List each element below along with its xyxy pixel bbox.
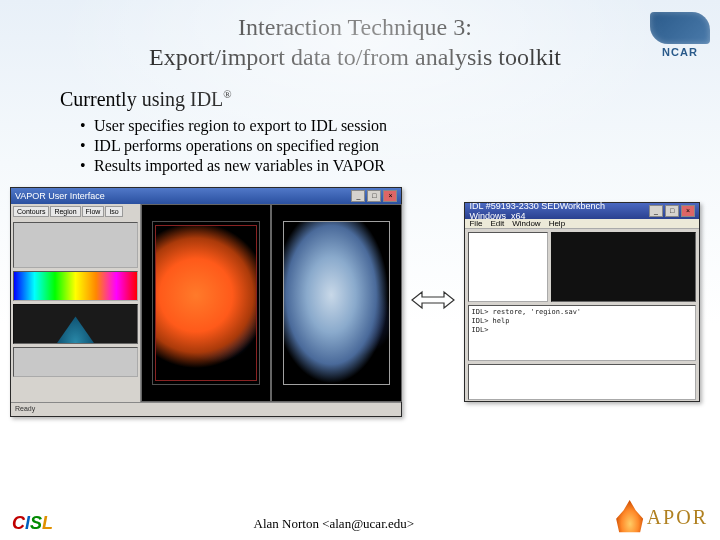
vapor-statusbar: Ready bbox=[11, 402, 401, 416]
vapor-title: VAPOR User Interface bbox=[15, 191, 105, 201]
console-line: IDL> restore, 'region.sav' bbox=[471, 308, 693, 317]
registered-mark: ® bbox=[223, 88, 231, 100]
bidirectional-arrow-icon bbox=[410, 286, 456, 318]
tab-region[interactable]: Region bbox=[50, 206, 80, 217]
vapor-viewports bbox=[141, 204, 401, 402]
histogram-panel bbox=[13, 304, 138, 344]
idl-menubar: File Edit Window Help bbox=[465, 219, 699, 229]
cisl-logo: CISL bbox=[12, 513, 53, 534]
minimize-icon[interactable]: _ bbox=[351, 190, 365, 202]
close-icon[interactable]: × bbox=[681, 205, 695, 217]
console-line: IDL> bbox=[471, 326, 693, 335]
maximize-icon[interactable]: □ bbox=[665, 205, 679, 217]
vapor-logo-text: APOR bbox=[647, 506, 708, 529]
ncar-logo: NCAR bbox=[650, 12, 710, 58]
menu-help[interactable]: Help bbox=[549, 219, 565, 228]
menu-file[interactable]: File bbox=[469, 219, 482, 228]
idl-project-tree[interactable] bbox=[468, 232, 548, 302]
title-line-2: Export/import data to/from analysis tool… bbox=[60, 42, 650, 72]
controls-panel bbox=[13, 222, 138, 268]
vapor-sidebar: Contours Region Flow Iso bbox=[11, 204, 141, 402]
thumbnail-panel bbox=[13, 347, 138, 377]
tab-iso[interactable]: Iso bbox=[105, 206, 122, 217]
colormap-editor[interactable] bbox=[13, 271, 138, 301]
idl-app-window: IDL #59193-2330 SEDWorkbench Windows_x64… bbox=[464, 202, 700, 402]
author-line: Alan Norton <alan@ucar.edu> bbox=[53, 516, 615, 534]
title-block: Interaction Technique 3: Export/import d… bbox=[10, 12, 650, 72]
tab-contours[interactable]: Contours bbox=[13, 206, 49, 217]
ncar-icon bbox=[650, 12, 710, 44]
menu-window[interactable]: Window bbox=[512, 219, 540, 228]
minimize-icon[interactable]: _ bbox=[649, 205, 663, 217]
subheading-text: Currently using IDL bbox=[60, 88, 223, 110]
idl-plot-area bbox=[551, 232, 696, 302]
idl-titlebar: IDL #59193-2330 SEDWorkbench Windows_x64… bbox=[465, 203, 699, 219]
subheading: Currently using IDL® bbox=[60, 88, 720, 111]
vapor-app-window: VAPOR User Interface _ □ × Contours Regi… bbox=[10, 187, 402, 417]
slide-header: Interaction Technique 3: Export/import d… bbox=[0, 0, 720, 78]
maximize-icon[interactable]: □ bbox=[367, 190, 381, 202]
bullet-item: IDL performs operations on specified reg… bbox=[80, 137, 720, 155]
idl-variable-list[interactable] bbox=[468, 364, 696, 400]
title-line-1: Interaction Technique 3: bbox=[60, 12, 650, 42]
viewport-right[interactable] bbox=[271, 204, 401, 402]
close-icon[interactable]: × bbox=[383, 190, 397, 202]
vapor-logo: APOR bbox=[615, 500, 708, 534]
bullet-item: User specifies region to export to IDL s… bbox=[80, 117, 720, 135]
vapor-tabs: Contours Region Flow Iso bbox=[13, 206, 138, 217]
tab-flow[interactable]: Flow bbox=[82, 206, 105, 217]
idl-title: IDL #59193-2330 SEDWorkbench Windows_x64 bbox=[469, 201, 649, 221]
visuals-row: VAPOR User Interface _ □ × Contours Regi… bbox=[0, 187, 720, 417]
viewport-left[interactable] bbox=[141, 204, 271, 402]
vapor-titlebar: VAPOR User Interface _ □ × bbox=[11, 188, 401, 204]
bullet-list: User specifies region to export to IDL s… bbox=[80, 117, 720, 175]
slide-footer: CISL Alan Norton <alan@ucar.edu> APOR bbox=[0, 500, 720, 534]
ncar-text: NCAR bbox=[650, 46, 710, 58]
menu-edit[interactable]: Edit bbox=[490, 219, 504, 228]
idl-console[interactable]: IDL> restore, 'region.sav' IDL> help IDL… bbox=[468, 305, 696, 361]
flame-icon bbox=[615, 500, 645, 534]
console-line: IDL> help bbox=[471, 317, 693, 326]
bullet-item: Results imported as new variables in VAP… bbox=[80, 157, 720, 175]
